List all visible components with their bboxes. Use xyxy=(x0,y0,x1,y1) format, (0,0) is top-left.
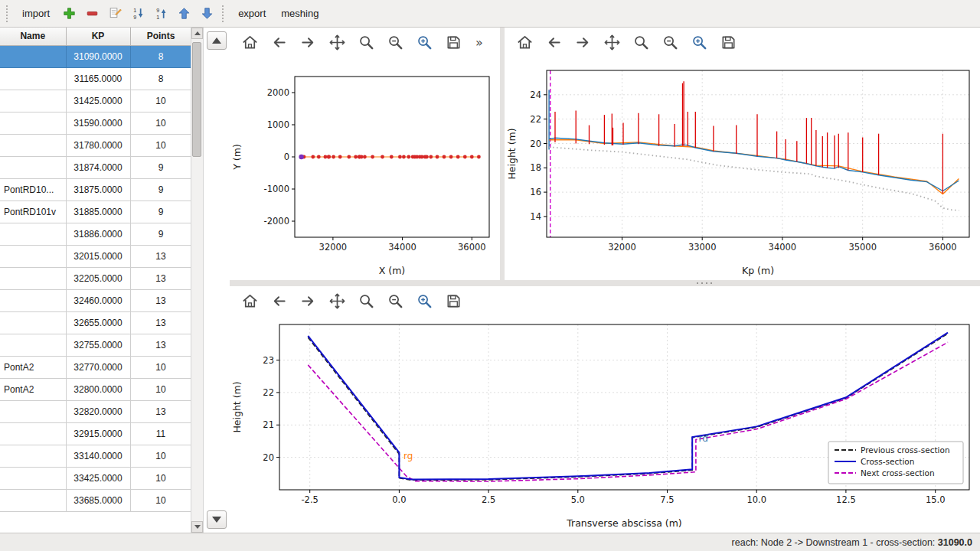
save-button[interactable] xyxy=(443,31,464,53)
forward-button[interactable] xyxy=(572,31,593,53)
zoom-button[interactable] xyxy=(630,31,652,53)
column-header-points[interactable]: Points xyxy=(130,28,191,45)
cell-name[interactable] xyxy=(0,156,66,178)
cell-name[interactable] xyxy=(0,45,66,67)
cell-points[interactable]: 10 xyxy=(130,467,191,489)
cell-name[interactable] xyxy=(0,400,66,422)
table-row[interactable]: 32820.000013 xyxy=(0,400,191,422)
cell-name[interactable] xyxy=(0,67,66,90)
cell-points[interactable]: 13 xyxy=(130,289,191,311)
sort-descending-button[interactable] xyxy=(127,3,149,24)
import-button[interactable]: import xyxy=(15,4,57,23)
pan-button[interactable] xyxy=(326,31,348,53)
cell-name[interactable] xyxy=(0,289,66,311)
cell-name[interactable] xyxy=(0,467,66,489)
pan-button[interactable] xyxy=(601,31,622,53)
table-row[interactable]: 33140.000010 xyxy=(0,445,191,467)
move-down-button[interactable] xyxy=(196,3,217,24)
customize-button[interactable] xyxy=(413,31,435,53)
cell-kp[interactable]: 32820.0000 xyxy=(66,400,130,422)
scroll-down-button[interactable] xyxy=(191,521,203,533)
export-button[interactable]: export xyxy=(231,4,273,23)
plan-view-chart[interactable]: 320003400036000-2000-1000010002000X (m)Y… xyxy=(230,57,500,280)
cell-kp[interactable]: 31886.0000 xyxy=(66,223,130,245)
zoom-button[interactable] xyxy=(355,290,377,311)
cell-kp[interactable]: 31875.0000 xyxy=(66,178,130,201)
save-button[interactable] xyxy=(717,31,739,53)
add-section-button[interactable] xyxy=(58,3,80,24)
cell-points[interactable]: 10 xyxy=(130,489,191,511)
cell-points[interactable]: 10 xyxy=(130,90,191,112)
cell-name[interactable] xyxy=(0,489,66,511)
cell-kp[interactable]: 33425.0000 xyxy=(66,467,130,489)
cell-points[interactable]: 13 xyxy=(130,400,191,422)
cell-name[interactable] xyxy=(0,311,66,334)
table-row[interactable]: 33685.000010 xyxy=(0,489,191,511)
cell-points[interactable]: 10 xyxy=(130,378,191,400)
cell-points[interactable]: 13 xyxy=(130,267,191,289)
cell-name[interactable] xyxy=(0,422,66,445)
toolbar-handle[interactable] xyxy=(222,5,227,22)
cell-kp[interactable]: 31165.0000 xyxy=(66,67,130,90)
cell-kp[interactable]: 32770.0000 xyxy=(66,356,130,378)
meshing-button[interactable]: meshing xyxy=(274,4,325,23)
table-row[interactable]: 31780.000010 xyxy=(0,134,191,156)
customize-button[interactable] xyxy=(688,31,710,53)
back-button[interactable] xyxy=(268,31,289,53)
move-up-button[interactable] xyxy=(173,3,194,24)
cell-points[interactable]: 8 xyxy=(130,67,191,90)
cell-kp[interactable]: 31590.0000 xyxy=(66,112,130,134)
table-row[interactable]: 31165.00008 xyxy=(0,67,191,90)
table-row[interactable]: 32015.000013 xyxy=(0,245,191,267)
cell-points[interactable]: 13 xyxy=(130,245,191,267)
table-row[interactable]: 31874.00009 xyxy=(0,156,191,178)
table-row[interactable]: 32205.000013 xyxy=(0,267,191,289)
forward-button[interactable] xyxy=(297,31,318,53)
scroll-up-button[interactable] xyxy=(191,28,203,39)
scrollbar-thumb[interactable] xyxy=(192,42,201,157)
table-row[interactable]: 32915.000011 xyxy=(0,422,191,445)
table-row[interactable]: PontRD101v31885.00009 xyxy=(0,201,191,223)
cell-points[interactable]: 9 xyxy=(130,223,191,245)
back-button[interactable] xyxy=(543,31,564,53)
cell-name[interactable] xyxy=(0,445,66,467)
cell-kp[interactable]: 32015.0000 xyxy=(66,245,130,267)
remove-section-button[interactable] xyxy=(81,3,103,24)
cell-kp[interactable]: 32915.0000 xyxy=(66,422,130,445)
table-row[interactable]: 32755.000013 xyxy=(0,334,191,356)
cell-points[interactable]: 11 xyxy=(130,422,191,445)
toolbar-overflow-button[interactable]: » xyxy=(472,31,487,53)
back-button[interactable] xyxy=(268,290,289,311)
table-row[interactable]: PontRD10...31875.00009 xyxy=(0,178,191,201)
longitudinal-profile-chart[interactable]: 3200033000340003500036000141618202224Kp … xyxy=(505,57,980,280)
save-button[interactable] xyxy=(443,290,464,311)
table-scrollbar[interactable] xyxy=(191,28,204,533)
column-header-name[interactable]: Name xyxy=(0,28,66,45)
cell-name[interactable] xyxy=(0,134,66,156)
cell-name[interactable] xyxy=(0,334,66,356)
pan-button[interactable] xyxy=(326,290,348,311)
cell-name[interactable]: PontA2 xyxy=(0,378,66,400)
cell-kp[interactable]: 32460.0000 xyxy=(66,289,130,311)
cell-points[interactable]: 9 xyxy=(130,156,191,178)
cell-kp[interactable]: 33685.0000 xyxy=(66,489,130,511)
subplots-button[interactable] xyxy=(384,31,406,53)
cell-kp[interactable]: 31780.0000 xyxy=(66,134,130,156)
cell-kp[interactable]: 31874.0000 xyxy=(66,156,130,178)
cell-kp[interactable]: 32755.0000 xyxy=(66,334,130,356)
cell-name[interactable]: PontRD10... xyxy=(0,178,66,201)
cell-points[interactable]: 9 xyxy=(130,178,191,201)
cell-points[interactable]: 10 xyxy=(130,356,191,378)
scrollbar-track[interactable] xyxy=(191,39,203,521)
table-row[interactable]: 33425.000010 xyxy=(0,467,191,489)
cell-points[interactable]: 13 xyxy=(130,334,191,356)
column-header-kp[interactable]: KP xyxy=(66,28,130,45)
table-row[interactable]: 32460.000013 xyxy=(0,289,191,311)
cell-kp[interactable]: 31885.0000 xyxy=(66,201,130,223)
cell-name[interactable] xyxy=(0,245,66,267)
cell-points[interactable]: 8 xyxy=(130,45,191,67)
subplots-button[interactable] xyxy=(384,290,406,311)
horizontal-splitter[interactable] xyxy=(230,280,980,286)
cell-name[interactable] xyxy=(0,112,66,134)
home-button[interactable] xyxy=(239,290,260,311)
